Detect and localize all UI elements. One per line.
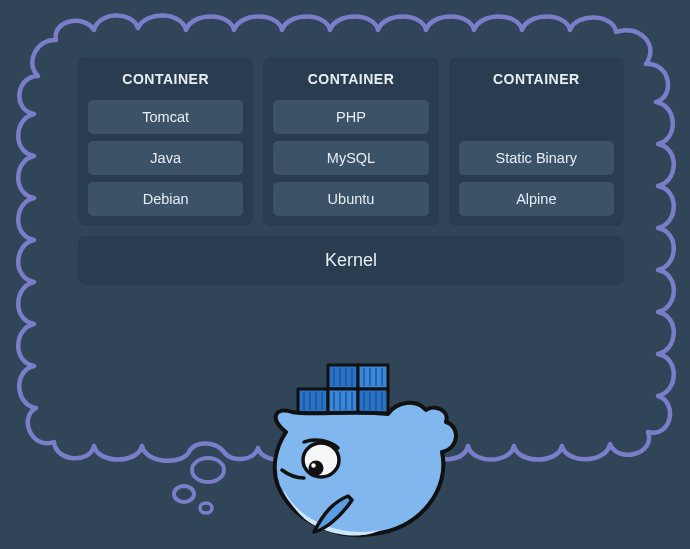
container-title: CONTAINER — [459, 67, 614, 93]
layer-item: Alpine — [459, 182, 614, 216]
layer-spacer — [459, 100, 614, 134]
layer-item: PHP — [273, 100, 428, 134]
container-box: CONTAINER Tomcat Java Debian — [78, 57, 253, 226]
containers-row: CONTAINER Tomcat Java Debian CONTAINER P… — [78, 57, 624, 226]
svg-rect-4 — [358, 365, 388, 389]
container-title: CONTAINER — [273, 67, 428, 93]
diagram-content: CONTAINER Tomcat Java Debian CONTAINER P… — [78, 57, 624, 285]
svg-point-0 — [192, 458, 224, 482]
thought-bubble-tail-icon — [158, 452, 238, 532]
svg-rect-7 — [358, 389, 388, 413]
layer-item: Debian — [88, 182, 243, 216]
svg-rect-3 — [328, 365, 358, 389]
container-title: CONTAINER — [88, 67, 243, 93]
layer-item: Ubuntu — [273, 182, 428, 216]
layer-item: MySQL — [273, 141, 428, 175]
layer-item: Tomcat — [88, 100, 243, 134]
layer-item: Java — [88, 141, 243, 175]
svg-point-1 — [174, 486, 194, 502]
container-box: CONTAINER PHP MySQL Ubuntu — [263, 57, 438, 226]
svg-rect-5 — [298, 389, 328, 413]
svg-point-29 — [309, 461, 324, 476]
container-box: CONTAINER Static Binary Alpine — [449, 57, 624, 226]
docker-whale-icon — [264, 360, 464, 548]
svg-rect-6 — [328, 389, 358, 413]
svg-point-30 — [311, 463, 315, 467]
kernel-box: Kernel — [78, 236, 624, 285]
layer-item: Static Binary — [459, 141, 614, 175]
svg-point-2 — [200, 503, 212, 513]
